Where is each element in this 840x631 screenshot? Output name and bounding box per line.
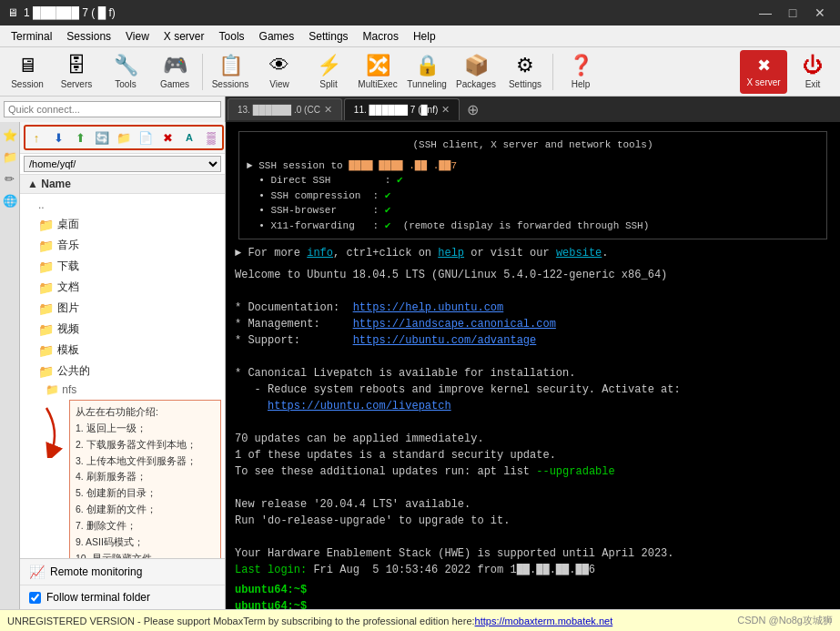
toolbar-split[interactable]: ⚡ Split [305, 50, 352, 94]
menu-view[interactable]: View [118, 28, 157, 45]
tab-1[interactable]: 13. ██████ .0 (CC ✕ [228, 98, 342, 120]
tree-item-desktop[interactable]: 📁 桌面 [20, 214, 225, 235]
settings-label: Settings [509, 79, 541, 89]
menu-help[interactable]: Help [406, 28, 443, 45]
games-icon: 🎮 [163, 54, 187, 77]
btn-upload[interactable]: ⬆ [70, 127, 90, 148]
toolbar-servers[interactable]: 🗄 Servers [53, 50, 100, 94]
term-hwe: Your Hardware Enablement Stack (HWE) is … [235, 545, 831, 562]
close-button[interactable]: ✕ [807, 3, 833, 23]
tab-2[interactable]: 11. ██████ 7 (█nf) ✕ [344, 98, 460, 120]
tree-item-docs[interactable]: 📁 文档 [20, 277, 225, 298]
toolbar-games[interactable]: 🎮 Games [151, 50, 198, 94]
term-upgrade: Run 'do-release-upgrade' to upgrade to i… [235, 513, 831, 529]
toolbar-packages[interactable]: 📦 Packages [452, 50, 500, 94]
help-link[interactable]: help [438, 247, 464, 260]
prompt-2: ubuntu64:~$ [235, 598, 831, 609]
menu-settings[interactable]: Settings [301, 28, 355, 45]
toolbar-settings[interactable]: ⚙ Settings [501, 50, 549, 94]
term-livepatch: * Canonical Livepatch is available for i… [235, 365, 831, 382]
menu-xserver[interactable]: X server [157, 28, 212, 45]
toolbar-tunneling[interactable]: 🔒 Tunneling [403, 50, 450, 94]
annotation-area: 从左在右功能介绍: 1. 返回上一级； 2. 下载服务器文件到本地； 3. 上传… [20, 400, 225, 558]
tree-header-label: ▲ Name [27, 178, 71, 190]
prompt-1: ubuntu64:~$ [235, 582, 831, 598]
minimize-button[interactable]: — [753, 3, 778, 23]
website-link[interactable]: website [556, 247, 602, 260]
annotation-item-7: 7. 删除文件； [76, 518, 215, 534]
earth-icon[interactable]: 🌐 [1, 191, 19, 209]
remote-monitoring-btn[interactable]: 📈 Remote monitoring [20, 559, 225, 585]
tree-item-music[interactable]: 📁 音乐 [20, 235, 225, 256]
tree-item-nfs[interactable]: 📁 nfs [20, 382, 225, 398]
star-icon[interactable]: ⭐ [1, 126, 19, 144]
multiexec-icon: 🔀 [366, 54, 390, 77]
toolbar-help[interactable]: ❓ Help [557, 50, 604, 94]
btn-download[interactable]: ⬇ [48, 127, 68, 148]
titlebar-title: 🖥 1 ██████ 7 ( █ f) [7, 6, 116, 19]
menu-terminal[interactable]: Terminal [4, 28, 59, 45]
info-link[interactable]: info [307, 247, 333, 260]
settings-icon: ⚙ [516, 54, 534, 77]
btn-ascii[interactable]: A [179, 127, 199, 148]
btn-delete[interactable]: ✖ [157, 127, 177, 148]
btn-new-file[interactable]: 📄 [136, 127, 156, 148]
toolbar-tools[interactable]: 🔧 Tools [102, 50, 149, 94]
tree-item-download[interactable]: 📁 下载 [20, 256, 225, 277]
tab-2-close[interactable]: ✕ [441, 104, 450, 116]
btn-hidden[interactable]: ▒ [201, 127, 221, 148]
annotation-item-9: 9. ASII码模式； [76, 534, 215, 551]
info-compression: • SSH compression : ✔ [247, 188, 819, 204]
tree-header: ▲ Name [20, 175, 225, 194]
btn-go-up[interactable]: ↑ [26, 127, 46, 148]
toolbar-multiexec[interactable]: 🔀 MultiExec [354, 50, 401, 94]
btn-new-folder[interactable]: 📁 [114, 127, 134, 148]
follow-terminal-label: Follow terminal folder [46, 591, 150, 604]
tree-item-videos[interactable]: 📁 视频 [20, 319, 225, 340]
tree-item-dotdot[interactable]: .. [20, 196, 225, 214]
path-bar: /home/yqf/ [20, 154, 225, 175]
edit-icon[interactable]: ✏ [1, 169, 19, 188]
window-controls[interactable]: — □ ✕ [753, 3, 833, 23]
sidebar-bottom: 📈 Remote monitoring Follow terminal fold… [20, 558, 225, 609]
tree-item-pics[interactable]: 📁 图片 [20, 298, 225, 319]
folder-icon-strip[interactable]: 📁 [1, 148, 19, 166]
tree-item-public[interactable]: 📁 公共的 [20, 361, 225, 382]
tab-add-button[interactable]: ⊕ [461, 101, 484, 118]
menu-macros[interactable]: Macros [356, 28, 406, 45]
toolbar-sessions[interactable]: 📋 Sessions [207, 50, 254, 94]
multiexec-label: MultiExec [358, 79, 397, 89]
split-icon: ⚡ [317, 54, 341, 77]
tab-bar: 13. ██████ .0 (CC ✕ 11. ██████ 7 (█nf) ✕… [226, 97, 840, 122]
toolbar-session[interactable]: 🖥 Session [4, 50, 51, 94]
info-x11: • X11-forwarding : ✔ (remote display is … [247, 219, 819, 234]
info-help-line: ► For more info, ctrl+click on help or v… [235, 245, 831, 261]
maximize-button[interactable]: □ [780, 3, 805, 23]
statusbar: UNREGISTERED VERSION - Please support Mo… [0, 609, 840, 631]
toolbar-view[interactable]: 👁 View [256, 50, 303, 94]
quick-connect-input[interactable] [4, 101, 221, 117]
toolbar-exit[interactable]: ⏻ Exit [789, 50, 836, 94]
menu-sessions[interactable]: Sessions [59, 28, 118, 45]
term-mgmt: * Management: https://landscape.canonica… [235, 316, 831, 332]
tools-label: Tools [115, 79, 136, 89]
follow-terminal-row[interactable]: Follow terminal folder [20, 585, 225, 609]
term-welcome: Welcome to Ubuntu 18.04.5 LTS (GNU/Linux… [235, 267, 831, 283]
annotation-item-4: 4. 刷新服务器； [76, 469, 215, 485]
tree-item-templates[interactable]: 📁 模板 [20, 340, 225, 361]
tab-1-close[interactable]: ✕ [324, 104, 332, 116]
toolbar-xserver[interactable]: ✖ X server [740, 50, 787, 94]
menu-tools[interactable]: Tools [212, 28, 252, 45]
mobatek-link[interactable]: https://mobaxterm.mobatek.net [475, 616, 613, 626]
terminal-output[interactable]: (SSH client, X server and network tools)… [226, 122, 840, 609]
session-label: Session [11, 79, 44, 89]
monitoring-icon: 📈 [29, 565, 45, 579]
follow-terminal-checkbox[interactable] [29, 592, 41, 604]
sidebar: ⭐ 📁 ✏ 🌐 ↑ ⬇ ⬆ 🔄 📁 📄 ✖ A [0, 122, 226, 609]
annotation-item-2: 2. 下载服务器文件到本地； [76, 437, 215, 453]
path-select[interactable]: /home/yqf/ [24, 156, 221, 172]
menu-games[interactable]: Games [252, 28, 302, 45]
term-updates: 70 updates can be applied immediately. [235, 431, 831, 447]
btn-refresh[interactable]: 🔄 [92, 127, 112, 148]
sessions-icon: 📋 [218, 54, 243, 77]
